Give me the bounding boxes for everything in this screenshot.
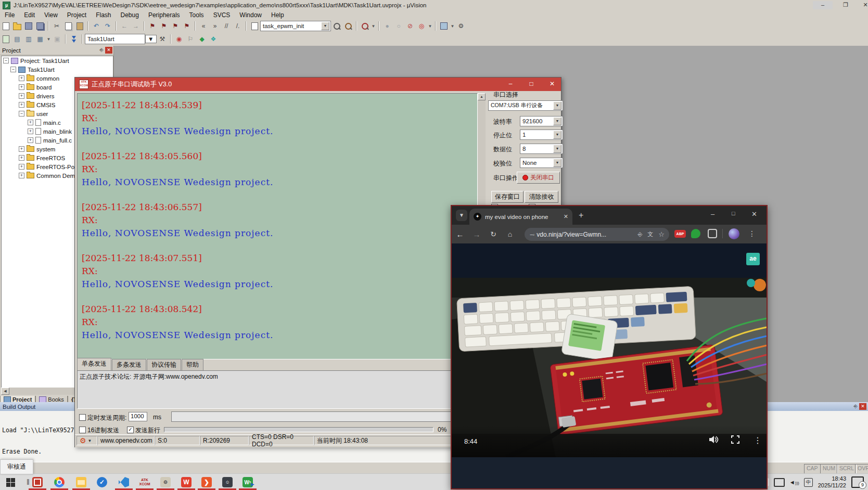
- tree-expander-icon[interactable]: [28, 137, 33, 143]
- taskbar-app-orange-diamond[interactable]: ❯: [200, 476, 213, 488]
- breakpoint-kill-icon[interactable]: ⊘: [405, 21, 415, 31]
- cast-icon[interactable]: ⎆: [638, 231, 643, 238]
- settings-cell[interactable]: ⚙ ▼: [76, 436, 97, 445]
- breakpoint-disable-all-icon[interactable]: ◎: [416, 21, 427, 31]
- target-select[interactable]: Task1Uart: [85, 34, 145, 44]
- save-all-icon[interactable]: [35, 21, 45, 31]
- tab-single-send[interactable]: 单条发送: [77, 358, 111, 370]
- close-port-button[interactable]: 关闭串口: [517, 172, 560, 184]
- uncomment-icon[interactable]: /.: [233, 21, 243, 31]
- menu-edit[interactable]: Edit: [19, 11, 40, 19]
- scroll-left-icon[interactable]: ◀: [1, 388, 9, 395]
- undo-icon[interactable]: ↶: [91, 21, 101, 31]
- bookmark-star-icon[interactable]: ☆: [658, 230, 665, 238]
- taskbar-app-chrome[interactable]: [53, 476, 66, 488]
- maximize-icon[interactable]: □: [732, 210, 735, 216]
- batch-build-icon[interactable]: ▦: [35, 34, 45, 44]
- video-menu-icon[interactable]: ⋮: [754, 435, 762, 445]
- extensions-puzzle-icon[interactable]: [708, 229, 717, 238]
- tab-protocol-transfer[interactable]: 协议传输: [147, 359, 181, 370]
- taskbar-app-robot[interactable]: ☺: [221, 476, 234, 488]
- tree-item-label[interactable]: board: [36, 84, 52, 91]
- menu-project[interactable]: Project: [62, 11, 91, 19]
- gear-icon[interactable]: ⚙: [80, 436, 86, 445]
- adblock-extension-icon[interactable]: ABP: [674, 230, 686, 238]
- timed-send-checkbox[interactable]: [79, 414, 86, 421]
- tree-item-label[interactable]: system: [36, 146, 55, 152]
- translate-icon[interactable]: 文: [647, 230, 653, 238]
- find-in-files-icon[interactable]: [249, 21, 260, 31]
- tree-row[interactable]: Task1Uart: [2, 65, 113, 74]
- save-icon[interactable]: [23, 21, 34, 31]
- menu-svcs[interactable]: SVCS: [209, 11, 235, 19]
- find-icon[interactable]: [331, 21, 342, 31]
- green-extension-icon[interactable]: [691, 229, 700, 238]
- taskbar-app-green-w[interactable]: W5➤: [241, 476, 254, 488]
- taskbar-app-wps[interactable]: W: [180, 476, 193, 488]
- clear-receive-button[interactable]: 清除接收: [525, 191, 558, 203]
- menu-view[interactable]: View: [40, 11, 62, 19]
- menu-tools[interactable]: Tools: [185, 11, 209, 19]
- chevron-down-icon[interactable]: ▼: [553, 159, 561, 167]
- chevron-down-icon[interactable]: ▼: [553, 145, 561, 153]
- target-options-icon[interactable]: ⚒: [157, 34, 168, 44]
- fullscreen-icon[interactable]: [731, 435, 739, 443]
- reload-icon[interactable]: ↻: [485, 230, 502, 238]
- tab-search-icon[interactable]: ▼: [456, 210, 467, 221]
- volume-icon[interactable]: ◄))): [789, 479, 799, 485]
- tab-help[interactable]: 帮助: [182, 359, 203, 370]
- bookmark-next-icon[interactable]: ⚑: [170, 21, 181, 31]
- navigate-back-icon[interactable]: ←: [119, 21, 130, 31]
- layout-dropdown-icon[interactable]: ▼: [450, 21, 455, 31]
- breakpoint-dropdown-icon[interactable]: ▼: [427, 21, 433, 31]
- parity-select[interactable]: None ▼: [520, 158, 563, 168]
- tree-expander-icon[interactable]: [19, 173, 24, 178]
- close-icon[interactable]: ✕: [856, 1, 868, 9]
- chevron-down-icon[interactable]: ▼: [553, 117, 561, 125]
- indent-icon[interactable]: »: [210, 21, 220, 31]
- network-icon[interactable]: [774, 478, 785, 487]
- cut-icon[interactable]: ✂: [52, 21, 62, 31]
- pack-installer-icon[interactable]: ◆: [197, 34, 207, 44]
- tree-expander-icon[interactable]: [19, 146, 24, 152]
- databits-select[interactable]: 8 ▼: [520, 144, 563, 154]
- chevron-down-icon[interactable]: ▼: [553, 101, 561, 110]
- tree-item-label[interactable]: main_full.c: [43, 137, 72, 144]
- volume-icon[interactable]: [709, 435, 719, 446]
- address-bar[interactable]: −◦ vdo.ninja/?view=Gwmn... ⎆ 文 ☆: [525, 228, 669, 241]
- tree-expander-icon[interactable]: [19, 93, 24, 99]
- translate-icon[interactable]: [1, 34, 11, 44]
- serial-titlebar[interactable]: ATKXCOM 正点原子串口调试助手 V3.0: [75, 78, 561, 91]
- search-dropdown-icon[interactable]: ▼: [371, 21, 376, 31]
- tab-close-icon[interactable]: ✕: [564, 213, 568, 220]
- tree-item-label[interactable]: CMSIS: [36, 102, 55, 108]
- minimize-icon[interactable]: –: [813, 1, 833, 9]
- tree-expander-icon[interactable]: [10, 67, 16, 72]
- tree-expander-icon[interactable]: [19, 75, 24, 81]
- menu-flash[interactable]: Flash: [91, 11, 116, 19]
- maximize-icon[interactable]: □: [524, 80, 539, 89]
- manage-components-icon[interactable]: ❖: [208, 34, 219, 44]
- close-icon[interactable]: ✕: [544, 80, 560, 89]
- taskbar-app-vscode[interactable]: [118, 476, 130, 488]
- chrome-active-tab[interactable]: ✦ my eval video on phone ✕: [469, 209, 572, 225]
- restore-icon[interactable]: ❐: [836, 1, 856, 9]
- rebuild-icon[interactable]: ▥: [23, 34, 34, 44]
- profile-avatar[interactable]: [729, 228, 739, 239]
- search-icon[interactable]: [360, 21, 370, 31]
- download-flash-icon[interactable]: [69, 34, 79, 44]
- menu-peripherals[interactable]: Peripherals: [144, 11, 185, 19]
- stopbits-select[interactable]: 1 ▼: [520, 130, 563, 140]
- close-icon[interactable]: ✕: [751, 210, 757, 218]
- tree-expander-icon[interactable]: [19, 111, 24, 117]
- build-icon[interactable]: ▤: [12, 34, 22, 44]
- chevron-down-icon[interactable]: ▼: [88, 439, 92, 443]
- breakpoint-enable-icon[interactable]: ○: [393, 21, 404, 31]
- tree-item-label[interactable]: main_blink: [43, 128, 72, 135]
- scroll-up-icon[interactable]: ▲: [478, 93, 486, 100]
- menu-help[interactable]: Help: [266, 11, 289, 19]
- taskbar-app-keil[interactable]: ⚙: [159, 476, 172, 488]
- tree-row[interactable]: Project: Task1Uart: [2, 56, 113, 65]
- close-panel-icon[interactable]: ✕: [105, 47, 112, 54]
- chrome-menu-icon[interactable]: ⋮: [748, 229, 756, 238]
